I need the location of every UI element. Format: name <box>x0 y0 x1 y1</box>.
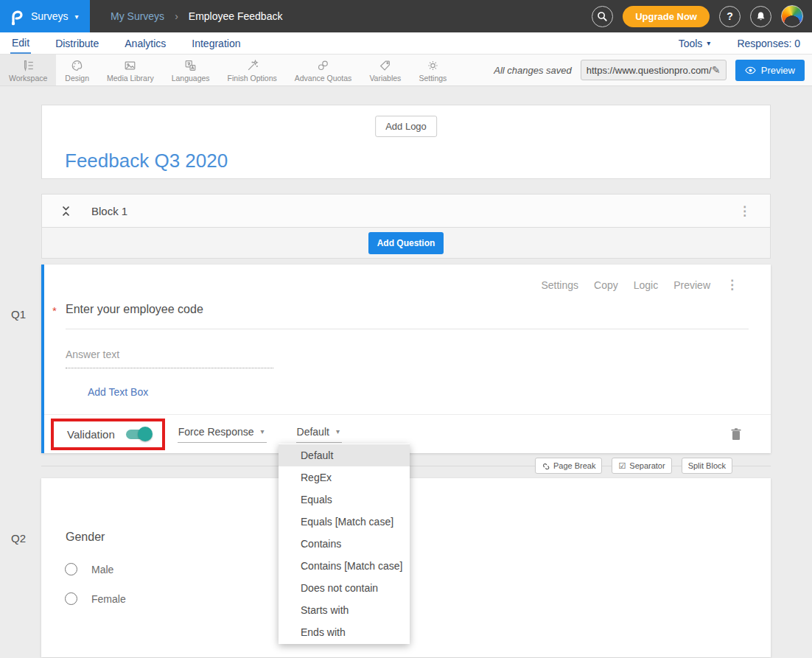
eye-icon <box>745 66 756 74</box>
toolbar-item-media-library[interactable]: Media Library <box>98 55 163 85</box>
tab-distribute[interactable]: Distribute <box>54 32 100 54</box>
responses-count[interactable]: Responses: 0 <box>737 38 800 49</box>
question-copy-link[interactable]: Copy <box>594 279 618 291</box>
toolbar-item-finish-options[interactable]: Finish Options <box>219 55 286 85</box>
design-icon <box>70 59 84 72</box>
toolbar-item-label: Finish Options <box>228 74 277 83</box>
question-text-row[interactable]: * Enter your employee code <box>66 303 749 329</box>
breadcrumb-current: Employee Feedback <box>189 10 283 22</box>
question-menu-button[interactable]: ⋮ <box>726 279 738 291</box>
force-response-dropdown[interactable]: Force Response ▾ <box>178 426 267 443</box>
nav-right: Tools ▾ Responses: 0 <box>679 32 812 54</box>
split-block-button[interactable]: Split Block <box>682 458 732 474</box>
tools-label: Tools <box>679 38 703 49</box>
variables-icon <box>378 59 392 72</box>
separator-label: Separator <box>629 461 665 470</box>
add-text-box-link[interactable]: Add Text Box <box>88 386 148 398</box>
share-url-box: ✎ <box>581 60 727 80</box>
menu-item-contains[interactable]: Contains <box>279 533 410 555</box>
search-button[interactable] <box>592 6 613 27</box>
languages-icon <box>183 59 197 72</box>
block-title[interactable]: Block 1 <box>91 205 127 217</box>
preview-button[interactable]: Preview <box>735 60 805 81</box>
question-logic-link[interactable]: Logic <box>634 279 658 291</box>
question-card-q1: Settings Copy Logic Preview ⋮ * Enter yo… <box>41 265 771 453</box>
notifications-button[interactable] <box>750 6 771 27</box>
menu-item-does-not-contain[interactable]: Does not contain <box>279 577 410 599</box>
menu-item-default[interactable]: Default <box>279 444 410 466</box>
menu-item-contains-match-case[interactable]: Contains [Match case] <box>279 555 410 577</box>
chevron-down-icon: ▾ <box>261 427 265 435</box>
question-text[interactable]: Enter your employee code <box>66 303 203 315</box>
question-actions: Settings Copy Logic Preview ⋮ <box>541 279 738 291</box>
radio-button[interactable] <box>65 563 77 575</box>
answer-option-row: Female <box>65 592 126 605</box>
question-settings-link[interactable]: Settings <box>541 279 578 291</box>
breadcrumb-parent-link[interactable]: My Surveys <box>111 10 164 22</box>
collapse-block-button[interactable] <box>61 205 71 217</box>
help-button[interactable]: ? <box>719 6 741 27</box>
user-avatar[interactable] <box>781 5 803 27</box>
survey-title[interactable]: Feedback Q3 2020 <box>65 150 228 172</box>
answer-text-field[interactable]: Answer text <box>66 349 273 368</box>
menu-item-regex[interactable]: RegEx <box>279 466 410 489</box>
finish-options-icon <box>245 59 259 72</box>
validation-type-value: Default <box>297 426 329 438</box>
tab-integration[interactable]: Integration <box>190 32 242 54</box>
add-logo-button[interactable]: Add Logo <box>375 116 437 137</box>
separator-button[interactable]: ☑ Separator <box>612 458 671 474</box>
delete-question-button[interactable] <box>731 428 741 441</box>
trash-icon <box>731 428 741 441</box>
preview-label: Preview <box>761 65 795 76</box>
question-mark-icon: ? <box>727 10 733 22</box>
menu-item-equals[interactable]: Equals <box>279 489 410 511</box>
page-break-button[interactable]: Page Break <box>535 458 602 474</box>
add-question-button[interactable]: Add Question <box>368 232 444 254</box>
menu-item-starts-with[interactable]: Starts with <box>279 599 410 621</box>
toolbar-item-settings[interactable]: Settings <box>410 55 455 85</box>
upgrade-now-button[interactable]: Upgrade Now <box>623 6 710 27</box>
survey-editor-page: Surveys ▾ My Surveys › Employee Feedback… <box>0 0 812 658</box>
toolbar-item-label: Languages <box>172 74 210 83</box>
toolbar-item-variables[interactable]: Variables <box>360 55 410 85</box>
toolbar-item-label: Media Library <box>107 74 154 83</box>
advance-quotas-icon <box>316 59 330 72</box>
option-label[interactable]: Male <box>91 564 113 575</box>
bell-icon <box>755 11 766 22</box>
validation-type-dropdown[interactable]: Default ▾ <box>296 426 342 443</box>
editor-toolbar: Workspace Design Media Library Languages <box>0 55 812 86</box>
question-text[interactable]: Gender <box>66 531 105 544</box>
force-response-label: Force Response <box>178 426 254 438</box>
validation-label: Validation <box>67 428 115 441</box>
search-icon <box>597 11 608 22</box>
page-break-label: Page Break <box>553 461 595 470</box>
tools-menu[interactable]: Tools ▾ <box>679 38 711 49</box>
answer-option-row: Male <box>65 563 113 575</box>
toolbar-item-workspace[interactable]: Workspace <box>0 55 56 85</box>
annotation-highlight-box: Validation <box>51 419 165 450</box>
toolbar-item-label: Variables <box>369 74 401 83</box>
validation-toggle[interactable] <box>126 430 150 439</box>
tab-analytics[interactable]: Analytics <box>123 32 167 54</box>
option-label[interactable]: Female <box>91 593 126 605</box>
question-preview-link[interactable]: Preview <box>673 279 710 291</box>
chevron-down-icon: ▾ <box>75 13 79 21</box>
tab-edit[interactable]: Edit <box>10 32 31 54</box>
toolbar-right: All changes saved ✎ Preview <box>494 55 812 85</box>
toolbar-item-design[interactable]: Design <box>56 55 98 85</box>
workspace-icon <box>21 59 35 72</box>
menu-item-equals-match-case[interactable]: Equals [Match case] <box>279 511 410 533</box>
edit-url-icon[interactable]: ✎ <box>712 64 721 76</box>
main-nav: Edit Distribute Analytics Integration To… <box>0 32 812 55</box>
toolbar-item-advance-quotas[interactable]: Advance Quotas <box>286 55 361 85</box>
breadcrumb: My Surveys › Employee Feedback <box>111 10 282 22</box>
toolbar-item-languages[interactable]: Languages <box>163 55 219 85</box>
menu-item-ends-with[interactable]: Ends with <box>279 621 410 643</box>
block-menu-button[interactable]: ⋮ <box>738 205 751 217</box>
chevron-down-icon: ▾ <box>336 427 340 435</box>
radio-button[interactable] <box>65 592 77 605</box>
share-url-input[interactable] <box>587 65 712 76</box>
product-menu[interactable]: Surveys ▾ <box>0 0 90 32</box>
media-library-icon <box>123 59 137 72</box>
header-actions: Upgrade Now ? <box>592 5 812 27</box>
